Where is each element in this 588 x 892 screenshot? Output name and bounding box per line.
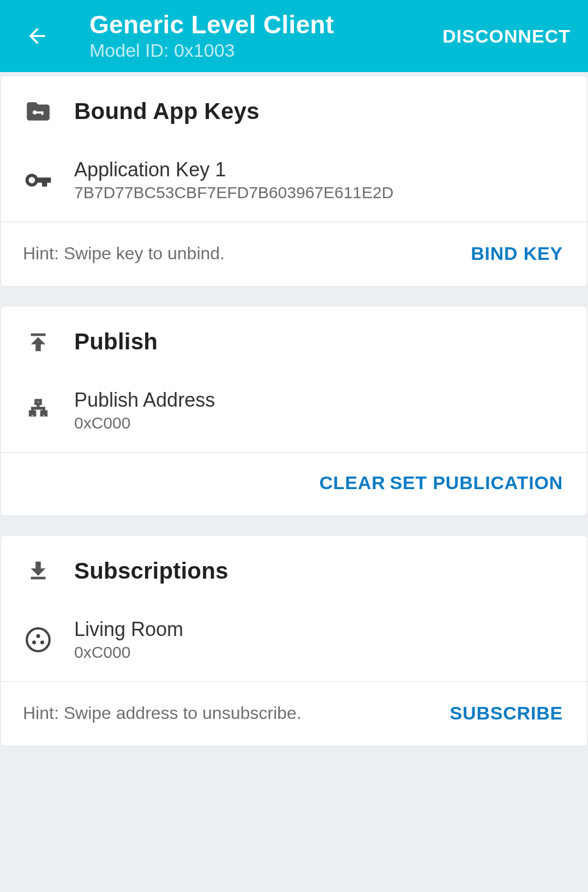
bind-key-button[interactable]: BIND KEY <box>469 240 565 267</box>
publish-address-title: Publish Address <box>74 389 565 412</box>
subscriptions-title: Subscriptions <box>74 558 229 584</box>
svg-point-3 <box>27 628 50 651</box>
folder-key-icon <box>23 96 53 127</box>
page-title: Generic Level Client <box>89 11 440 39</box>
unsubscribe-hint: Hint: Swipe address to unsubscribe. <box>23 703 448 723</box>
page-subtitle: Model ID: 0x1003 <box>89 40 440 61</box>
publish-address-row[interactable]: Publish Address 0xC000 <box>1 373 587 448</box>
svg-point-0 <box>33 110 37 115</box>
publish-footer: CLEAR SET PUBLICATION <box>1 453 587 515</box>
app-key-value: 7B7D77BC53CBF7EFD7B603967E611E2D <box>74 183 565 202</box>
publish-section-header: Publish <box>1 307 587 373</box>
svg-rect-2 <box>41 111 44 115</box>
key-icon <box>23 165 53 195</box>
subscription-row[interactable]: Living Room 0xC000 <box>1 603 587 677</box>
subscribe-button[interactable]: SUBSCRIBE <box>448 699 565 727</box>
bound-keys-footer: Hint: Swipe key to unbind. BIND KEY <box>1 222 587 286</box>
bound-keys-card: Bound App Keys Application Key 1 7B7D77B… <box>1 76 587 286</box>
bound-keys-section-header: Bound App Keys <box>1 76 587 143</box>
bound-keys-title: Bound App Keys <box>74 98 260 124</box>
svg-point-6 <box>40 640 44 644</box>
publish-icon <box>23 326 53 357</box>
back-button[interactable] <box>24 23 50 49</box>
header-titles: Generic Level Client Model ID: 0x1003 <box>89 11 440 61</box>
app-key-row[interactable]: Application Key 1 7B7D77BC53CBF7EFD7B603… <box>1 143 587 217</box>
svg-point-4 <box>36 634 40 638</box>
subscriptions-section-header: Subscriptions <box>1 536 587 603</box>
subscription-title: Living Room <box>74 618 565 641</box>
download-icon <box>23 556 53 586</box>
app-header: Generic Level Client Model ID: 0x1003 DI… <box>0 0 588 72</box>
network-icon <box>23 395 53 426</box>
disconnect-button[interactable]: DISCONNECT <box>440 21 573 51</box>
clear-button[interactable]: CLEAR <box>317 469 388 497</box>
publish-card: Publish Publish Address 0xC000 CLEAR SET… <box>1 307 587 515</box>
subscription-value: 0xC000 <box>74 643 565 662</box>
subscriptions-footer: Hint: Swipe address to unsubscribe. SUBS… <box>1 682 587 746</box>
publish-title: Publish <box>74 329 158 355</box>
publish-address-value: 0xC000 <box>74 414 565 432</box>
app-key-title: Application Key 1 <box>74 158 565 181</box>
unbind-hint: Hint: Swipe key to unbind. <box>23 243 469 264</box>
arrow-left-icon <box>25 24 49 48</box>
group-icon <box>23 625 53 655</box>
svg-point-5 <box>32 640 36 644</box>
subscriptions-card: Subscriptions Living Room 0xC000 Hint: S… <box>1 536 587 746</box>
set-publication-button[interactable]: SET PUBLICATION <box>388 469 565 497</box>
